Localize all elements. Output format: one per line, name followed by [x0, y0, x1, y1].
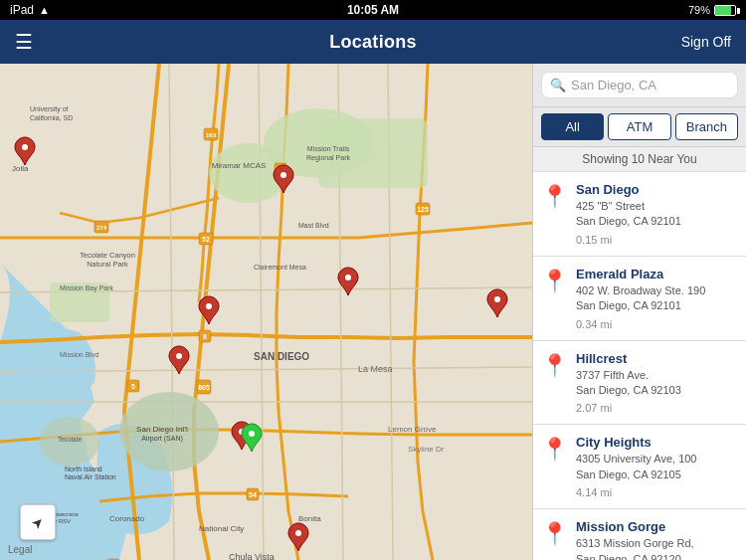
svg-text:Chula Vista: Chula Vista	[229, 552, 275, 560]
list-item[interactable]: 📍 Mission Gorge 6313 Mission Gorge Rd,Sa…	[533, 509, 746, 560]
status-time: 10:05 AM	[347, 3, 399, 17]
svg-text:Mission Trails: Mission Trails	[307, 145, 350, 152]
svg-text:125: 125	[417, 206, 429, 213]
location-info: Emerald Plaza 402 W. Broadway Ste. 190Sa…	[576, 267, 738, 330]
svg-point-64	[345, 275, 351, 280]
svg-text:Regional Park: Regional Park	[306, 154, 350, 162]
search-input-wrapper[interactable]: 🔍	[541, 72, 738, 98]
list-item[interactable]: 📍 City Heights 4305 University Ave, 100S…	[533, 425, 746, 509]
svg-text:Natural Park: Natural Park	[87, 260, 128, 269]
list-item[interactable]: 📍 Emerald Plaza 402 W. Broadway Ste. 190…	[533, 257, 746, 341]
location-name: Emerald Plaza	[576, 267, 738, 281]
svg-point-65	[206, 303, 212, 309]
list-item[interactable]: 📍 San Diego 425 "B" StreetSan Diego, CA …	[533, 172, 746, 257]
svg-text:805: 805	[198, 384, 210, 391]
status-bar: iPad ▲ 10:05 AM 79%	[0, 0, 746, 20]
location-list[interactable]: 📍 San Diego 425 "B" StreetSan Diego, CA …	[533, 172, 746, 560]
svg-text:Mast Blvd: Mast Blvd	[298, 222, 329, 229]
location-address: 402 W. Broadway Ste. 190San Diego, CA 92…	[576, 283, 738, 314]
svg-text:Airport (SAN): Airport (SAN)	[141, 435, 183, 443]
svg-text:La Mesa: La Mesa	[358, 364, 393, 374]
svg-text:Mission Blvd: Mission Blvd	[60, 351, 98, 358]
list-item[interactable]: 📍 Hillcrest 3737 Fifth Ave.San Diego, CA…	[533, 341, 746, 426]
svg-text:8: 8	[203, 333, 207, 340]
search-input[interactable]	[571, 78, 729, 93]
svg-point-68	[249, 431, 255, 437]
location-distance: 2.07 mi	[576, 402, 738, 414]
svg-text:Lemon Grove: Lemon Grove	[388, 425, 437, 434]
svg-text:274: 274	[96, 225, 107, 231]
location-distance: 0.15 mi	[576, 234, 738, 246]
location-info: Hillcrest 3737 Fifth Ave.San Diego, CA 9…	[576, 351, 738, 415]
battery-percent: 79%	[688, 4, 710, 16]
svg-text:California, SD: California, SD	[30, 114, 73, 121]
svg-text:Tecolate: Tecolate	[58, 436, 83, 443]
filter-atm-button[interactable]: ATM	[608, 113, 670, 140]
svg-text:Mission Bay Park: Mission Bay Park	[60, 284, 114, 292]
svg-rect-12	[318, 118, 428, 188]
location-info: San Diego 425 "B" StreetSan Diego, CA 92…	[576, 182, 738, 246]
location-info: Mission Gorge 6313 Mission Gorge Rd,San …	[576, 519, 738, 560]
showing-label: Showing 10 Near You	[533, 147, 746, 172]
svg-text:52: 52	[202, 236, 210, 243]
svg-point-69	[295, 530, 301, 536]
filter-all-button[interactable]: All	[541, 113, 604, 140]
battery-icon	[714, 5, 736, 16]
carrier-label: iPad	[10, 3, 34, 17]
svg-text:Clairemont Mesa: Clairemont Mesa	[254, 264, 306, 271]
svg-text:Tecolate Canyon: Tecolate Canyon	[80, 251, 135, 260]
svg-point-61	[280, 172, 286, 178]
svg-text:North Island: North Island	[65, 466, 102, 472]
map-svg: Miramar MCAS Mission Trails Regional Par…	[0, 64, 532, 560]
pin-icon: 📍	[541, 437, 568, 463]
sidebar: 🔍 All ATM Branch Showing 10 Near You 📍 S…	[532, 64, 746, 560]
pin-icon: 📍	[541, 521, 568, 547]
svg-text:Bonita: Bonita	[298, 514, 321, 523]
pin-icon: 📍	[541, 184, 568, 210]
menu-icon[interactable]: ☰	[15, 30, 33, 54]
svg-text:Naval Air Station: Naval Air Station	[65, 473, 116, 480]
compass-icon: ➤	[28, 512, 48, 532]
svg-text:Miramar MCAS: Miramar MCAS	[212, 161, 267, 170]
svg-text:National City: National City	[199, 524, 244, 533]
svg-text:Coronado: Coronado	[109, 514, 145, 523]
svg-text:University of: University of	[30, 105, 69, 113]
search-box: 🔍	[533, 64, 746, 107]
filter-buttons: All ATM Branch	[533, 107, 746, 147]
location-address: 6313 Mission Gorge Rd,San Diego, CA 9212…	[576, 536, 738, 560]
legal-text: Legal	[8, 544, 32, 555]
filter-branch-button[interactable]: Branch	[675, 113, 738, 140]
wifi-icon: ▲	[39, 4, 50, 16]
pin-icon: 📍	[541, 269, 568, 294]
location-info: City Heights 4305 University Ave, 100San…	[576, 435, 738, 498]
svg-text:Jolla: Jolla	[12, 164, 29, 173]
location-address: 3737 Fifth Ave.San Diego, CA 92103	[576, 368, 738, 399]
location-name: San Diego	[576, 182, 738, 197]
svg-point-62	[22, 144, 28, 150]
page-title: Locations	[329, 32, 417, 53]
svg-text:54: 54	[249, 491, 257, 498]
svg-text:163: 163	[206, 132, 217, 138]
pin-icon: 📍	[541, 353, 568, 379]
location-address: 425 "B" StreetSan Diego, CA 92101	[576, 199, 738, 230]
nav-bar: ☰ Locations Sign Off	[0, 20, 746, 64]
location-distance: 4.14 mi	[576, 486, 738, 498]
location-name: City Heights	[576, 435, 738, 450]
compass-button[interactable]: ➤	[20, 504, 56, 540]
svg-text:5: 5	[131, 383, 135, 390]
search-icon: 🔍	[550, 78, 566, 93]
svg-text:SAN DIEGO: SAN DIEGO	[254, 351, 309, 362]
svg-point-63	[176, 353, 182, 359]
location-address: 4305 University Ave, 100San Diego, CA 92…	[576, 452, 738, 482]
svg-text:Skyline Dr: Skyline Dr	[408, 445, 445, 454]
svg-text:San Diego Int'l: San Diego Int'l	[136, 425, 188, 434]
sign-out-button[interactable]: Sign Off	[681, 34, 731, 50]
svg-point-66	[494, 296, 500, 302]
location-name: Hillcrest	[576, 351, 738, 366]
location-distance: 0.34 mi	[576, 318, 738, 330]
location-name: Mission Gorge	[576, 519, 738, 534]
